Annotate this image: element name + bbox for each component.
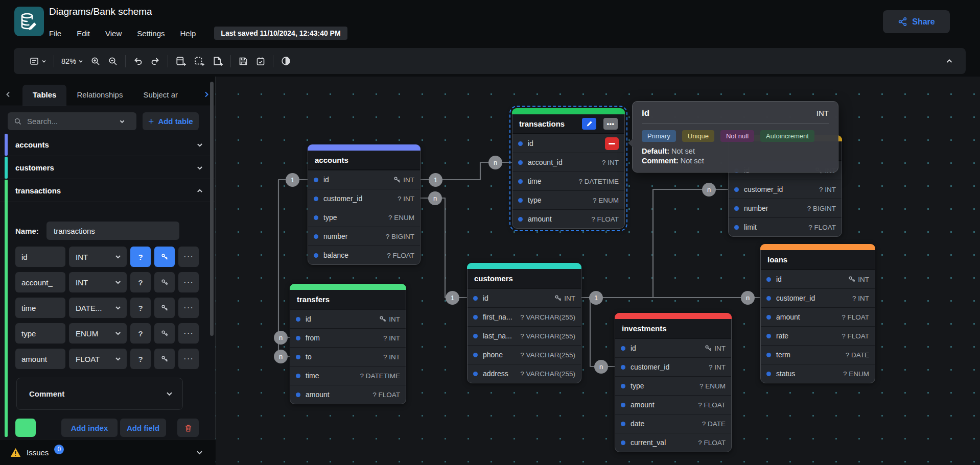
savepoint-button[interactable] (255, 56, 266, 66)
table-field-row[interactable]: limit? FLOAT (729, 217, 842, 236)
field-dot-icon[interactable] (621, 422, 625, 426)
field-dot-icon[interactable] (314, 178, 318, 182)
field-dot-icon[interactable] (766, 353, 771, 357)
table-field-row[interactable]: customer_id? INT (729, 180, 842, 199)
field-name-input[interactable]: type (15, 323, 65, 344)
field-name-input[interactable]: account_ (15, 272, 65, 292)
menu-file[interactable]: File (49, 29, 61, 38)
field-dot-icon[interactable] (518, 179, 523, 184)
table-field-row[interactable]: number? BIGINT (308, 227, 420, 246)
diagram-table-loans[interactable]: loans id INT customer_id? INT amount? FL… (760, 244, 875, 383)
diagram-canvas[interactable]: accounts id INT customer_id? INT type? E… (216, 77, 980, 465)
table-field-row[interactable]: current_val? FLOAT (615, 433, 731, 452)
table-field-row[interactable]: id INT (761, 270, 875, 288)
field-name-input[interactable]: time (15, 298, 65, 318)
table-field-row[interactable]: phone? VARCHAR(255) (468, 345, 581, 364)
table-field-row[interactable]: account_id? INT (512, 153, 624, 172)
field-more-button[interactable]: ··· (178, 298, 199, 318)
field-dot-icon[interactable] (473, 315, 478, 320)
add-index-button[interactable]: Add index (61, 419, 118, 437)
table-field-row[interactable]: address? VARCHAR(255) (468, 364, 581, 383)
field-type-dropdown[interactable]: ENUM (69, 323, 127, 344)
table-field-row[interactable]: type? ENUM (308, 208, 420, 227)
field-dot-icon[interactable] (518, 217, 523, 222)
field-more-button[interactable]: ··· (178, 247, 199, 267)
menu-edit[interactable]: Edit (77, 29, 90, 38)
menu-settings[interactable]: Settings (137, 29, 165, 38)
table-header[interactable]: transfers (290, 290, 406, 309)
field-name-input[interactable]: id (15, 247, 65, 267)
table-field-row[interactable]: type? ENUM (512, 190, 624, 209)
table-field-row[interactable]: id INT (290, 309, 406, 328)
field-nullable-button[interactable]: ? (130, 349, 151, 369)
field-dot-icon[interactable] (621, 384, 625, 388)
field-dot-icon[interactable] (296, 336, 300, 340)
field-dot-icon[interactable] (766, 334, 771, 338)
table-header[interactable]: loans (761, 250, 875, 270)
table-field-row[interactable]: amount? FLOAT (290, 385, 406, 404)
field-dot-icon[interactable] (734, 187, 739, 192)
table-field-row[interactable]: id INT (468, 288, 581, 307)
sidebar-table-item-accounts[interactable]: accounts (0, 134, 216, 156)
field-dot-icon[interactable] (766, 296, 771, 301)
add-note-button[interactable] (212, 56, 223, 67)
undo-button[interactable] (133, 56, 143, 66)
field-dot-icon[interactable] (296, 374, 300, 378)
diagram-table-customers[interactable]: customers id INT first_na...? VARCHAR(25… (467, 263, 581, 383)
layout-toggle-button[interactable] (29, 56, 46, 66)
delete-table-button[interactable] (177, 419, 199, 437)
diagram-table-transactions[interactable]: transactions ••• id account_id? INT time… (512, 108, 625, 229)
menu-help[interactable]: Help (180, 29, 196, 38)
sidebar-table-item-transactions[interactable]: transactions (0, 180, 216, 202)
diagram-table-accounts[interactable]: accounts id INT customer_id? INT type? E… (308, 144, 421, 265)
field-key-button[interactable] (154, 323, 175, 344)
field-dot-icon[interactable] (473, 353, 478, 357)
field-dot-icon[interactable] (621, 403, 625, 407)
field-dot-icon[interactable] (766, 315, 771, 320)
field-dot-icon[interactable] (314, 253, 318, 258)
field-more-button[interactable]: ··· (178, 323, 199, 344)
field-dot-icon[interactable] (314, 215, 318, 220)
field-dot-icon[interactable] (621, 365, 625, 370)
save-button[interactable] (238, 56, 248, 66)
field-nullable-button[interactable]: ? (130, 323, 151, 344)
table-field-row[interactable]: amount? FLOAT (512, 209, 624, 228)
table-header[interactable]: accounts (308, 151, 420, 170)
toolbar-collapse-button[interactable] (945, 57, 953, 65)
table-field-row[interactable]: id INT (615, 338, 731, 357)
field-type-dropdown[interactable]: INT (69, 272, 127, 292)
field-type-dropdown[interactable]: FLOAT (69, 349, 127, 369)
table-field-row[interactable]: time? DATETIME (290, 366, 406, 385)
tab-subject-areas[interactable]: Subject ar (133, 85, 188, 106)
table-field-row[interactable]: id INT (308, 170, 420, 189)
table-field-row[interactable]: term? DATE (761, 345, 875, 364)
table-field-row[interactable]: number? BIGINT (729, 199, 842, 217)
table-field-row[interactable]: type? ENUM (615, 376, 731, 395)
edit-table-button[interactable] (582, 118, 596, 130)
field-more-button[interactable]: ··· (178, 349, 199, 369)
issues-collapse-button[interactable] (196, 449, 203, 456)
table-field-row[interactable]: status? ENUM (761, 364, 875, 383)
field-dot-icon[interactable] (296, 393, 300, 397)
delete-field-button[interactable] (605, 137, 619, 150)
theme-toggle-button[interactable] (281, 56, 291, 66)
field-dot-icon[interactable] (473, 296, 478, 301)
field-dot-icon[interactable] (518, 141, 523, 146)
redo-button[interactable] (150, 56, 160, 66)
accordion-toggle[interactable] (196, 164, 203, 172)
comment-collapsible[interactable]: Comment (16, 378, 183, 410)
field-name-input[interactable]: amount (15, 349, 65, 369)
field-type-dropdown[interactable]: INT (69, 247, 127, 267)
tab-tables[interactable]: Tables (22, 85, 66, 106)
table-field-row[interactable]: balance? FLOAT (308, 246, 420, 264)
field-dot-icon[interactable] (518, 198, 523, 203)
field-dot-icon[interactable] (473, 334, 478, 338)
table-header[interactable]: transactions ••• (512, 114, 624, 134)
zoom-in-button[interactable] (90, 56, 101, 66)
field-nullable-button[interactable]: ? (130, 272, 151, 292)
issues-bar[interactable]: Issues 0 (0, 439, 216, 465)
field-dot-icon[interactable] (518, 160, 523, 165)
table-header[interactable]: customers (468, 269, 581, 288)
table-field-row[interactable]: time? DATETIME (512, 172, 624, 190)
table-field-row[interactable]: customer_id? INT (615, 357, 731, 376)
